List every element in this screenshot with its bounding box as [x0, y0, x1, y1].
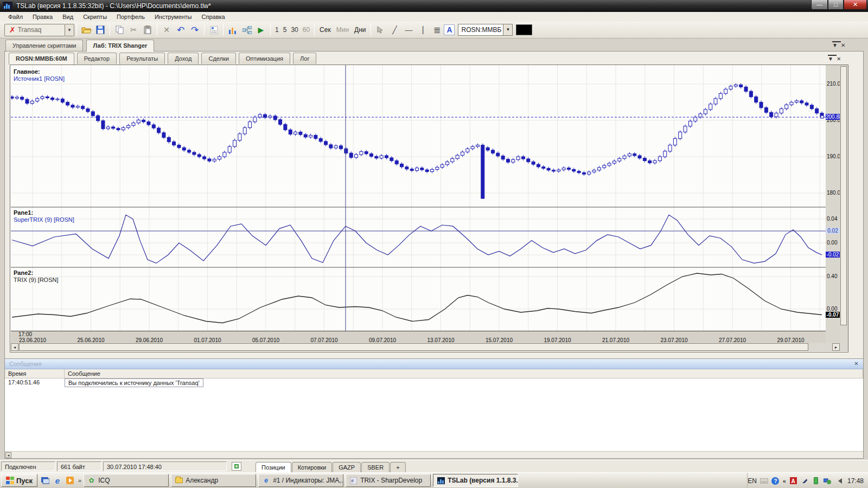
taskbar-button-browser[interactable]: e #1 / Индикаторы: JMA,... [258, 474, 343, 487]
tab-trades[interactable]: Сделки [201, 53, 236, 64]
tab-list-icon[interactable]: ▼ [828, 55, 837, 62]
undo-button[interactable]: ↶ [174, 23, 188, 36]
tab-close-icon[interactable]: ✕ [841, 42, 848, 48]
timeframe-5-button[interactable]: 5 [281, 26, 289, 34]
save-button[interactable] [93, 23, 107, 36]
tslab-icon [437, 477, 445, 485]
delete-button[interactable]: ✕ [159, 23, 174, 36]
script-scheme-button[interactable] [240, 23, 254, 36]
tab-income[interactable]: Доход [168, 53, 199, 64]
minimize-button[interactable]: — [811, 0, 828, 10]
tab-positions[interactable]: Позиции [256, 462, 291, 472]
horizontal-line-tool-button[interactable]: — [401, 23, 416, 36]
messages-scrollbar[interactable]: ◄ [5, 451, 863, 458]
cut-button[interactable]: ✂ [126, 23, 141, 36]
server-datetime: 30.07.2010 17:48:40 [103, 461, 227, 471]
internet-explorer-icon[interactable]: e [53, 476, 62, 485]
start-button[interactable]: Пуск [1, 474, 37, 487]
tab-log[interactable]: Лог [293, 53, 316, 64]
bar-chart-icon [228, 26, 237, 34]
battery-icon[interactable] [812, 477, 820, 485]
messages-close-icon[interactable]: ✕ [852, 360, 860, 368]
show-desktop-icon[interactable] [40, 476, 50, 485]
acrobat-icon[interactable]: A [789, 477, 797, 485]
status-bar: Подключен 661 байт 30.07.2010 17:48:40 П… [0, 460, 868, 472]
unit-days-button[interactable]: Дни [352, 26, 368, 34]
tab-add[interactable]: + [390, 462, 405, 472]
quicklaunch-overflow-icon[interactable]: » [78, 477, 81, 484]
message-row[interactable]: 17:40:51.46 Вы подключились к источнику … [5, 378, 863, 387]
tab-gazp[interactable]: GAZP [333, 462, 361, 472]
instrument-dropdown-icon[interactable]: ▼ [503, 24, 513, 36]
menu-tools[interactable]: Инструменты [150, 12, 197, 21]
tab-lab-trix-shanger[interactable]: Лаб: TRIX Shanger [86, 40, 155, 52]
run-script-button[interactable]: ▶ [254, 23, 268, 36]
tab-sber[interactable]: SBER [361, 462, 390, 472]
unit-minutes-button[interactable]: Мин [334, 26, 352, 34]
unit-seconds-button[interactable]: Сек [317, 26, 334, 34]
tab-list-icon[interactable]: ▼ [832, 41, 841, 48]
copy-button[interactable] [112, 23, 126, 36]
instrument-combo[interactable]: ROSN:ММВБ ▼ [458, 24, 513, 36]
column-time[interactable]: Время [5, 369, 65, 378]
taskbar-button-icq[interactable]: ✿ ICQ [84, 474, 169, 487]
tab-optimization[interactable]: Оптимизация [239, 53, 290, 64]
menu-file[interactable]: Файл [3, 12, 28, 21]
pointer-tray-icon[interactable] [801, 477, 809, 485]
hscroll-thumb[interactable] [19, 343, 808, 351]
transaq-connection-button[interactable]: ✗ Transaq [4, 24, 65, 36]
chart-plot[interactable] [11, 65, 826, 331]
column-message[interactable]: Сообщение [65, 369, 863, 378]
taskbar-button-folder[interactable]: Александр [171, 474, 256, 487]
tab-editor[interactable]: Редактор [77, 53, 117, 64]
workspace-tabs: Управление скриптами Лаб: TRIX Shanger [5, 40, 155, 52]
disconnect-icon: ✗ [9, 25, 16, 34]
tab-quotes[interactable]: Котировки [292, 462, 333, 472]
vertical-line-tool-button[interactable]: | [416, 23, 430, 36]
menu-edit[interactable]: Правка [28, 12, 58, 21]
pointer-tool-button[interactable] [373, 23, 387, 36]
transaq-dropdown-button[interactable]: ▼ [65, 24, 74, 36]
properties-button[interactable] [207, 23, 221, 36]
trend-line-tool-button[interactable]: ╱ [387, 23, 401, 36]
volume-icon[interactable] [835, 477, 843, 485]
tab-chart[interactable]: ROSN:ММВБ:60M [9, 53, 74, 65]
paste-button[interactable] [141, 23, 155, 36]
tab-close-icon[interactable]: ✕ [837, 56, 844, 62]
scroll-left-icon[interactable]: ◄ [5, 452, 11, 458]
chart-vertical-scrollbar[interactable] [840, 65, 848, 351]
scroll-right-icon[interactable]: ► [832, 343, 840, 351]
maximize-button[interactable]: □ [828, 0, 844, 10]
menu-portfolio[interactable]: Портфель [112, 12, 150, 21]
message-time: 17:40:51.46 [5, 378, 65, 387]
media-player-icon[interactable] [65, 476, 75, 485]
keyboard-icon[interactable] [760, 477, 768, 485]
vscroll-thumb[interactable] [840, 66, 847, 325]
text-tool-button[interactable]: A [444, 24, 455, 35]
taskbar-button-sharpdevelop[interactable]: # TRIX - SharpDevelop [346, 474, 431, 487]
timeframe-30-button[interactable]: 30 [289, 26, 300, 34]
menu-scripts[interactable]: Скрипты [78, 12, 112, 21]
open-file-button[interactable] [79, 23, 93, 36]
chart-button[interactable] [226, 23, 240, 36]
chart-horizontal-scrollbar[interactable]: ◄ ► [11, 343, 840, 351]
network-icon[interactable] [824, 477, 832, 485]
color-swatch[interactable] [516, 24, 532, 35]
menu-help[interactable]: Справка [197, 12, 230, 21]
tray-expand-icon[interactable]: « [783, 478, 786, 484]
scroll-left-icon[interactable]: ◄ [11, 343, 18, 351]
language-indicator[interactable]: EN [748, 477, 757, 485]
help-icon[interactable]: ? [771, 477, 780, 485]
close-button[interactable]: ✕ [844, 0, 867, 10]
timeframe-60-button[interactable]: 60 [301, 26, 312, 34]
timeframe-1-button[interactable]: 1 [273, 26, 281, 34]
tray-clock[interactable]: 17:48 [847, 477, 864, 485]
fibonacci-tool-button[interactable]: ≣ [430, 23, 444, 36]
redo-button[interactable]: ↷ [188, 23, 202, 36]
pane1-label: Pane1: SuperTRIX (9) [ROSN] [14, 209, 74, 223]
tab-results[interactable]: Результаты [119, 53, 165, 64]
menu-view[interactable]: Вид [58, 12, 78, 21]
tab-script-management[interactable]: Управление скриптами [5, 40, 83, 51]
app-icon [3, 2, 12, 10]
taskbar-button-tslab[interactable]: TSLab (версия 1.1.8.3... [433, 474, 518, 487]
